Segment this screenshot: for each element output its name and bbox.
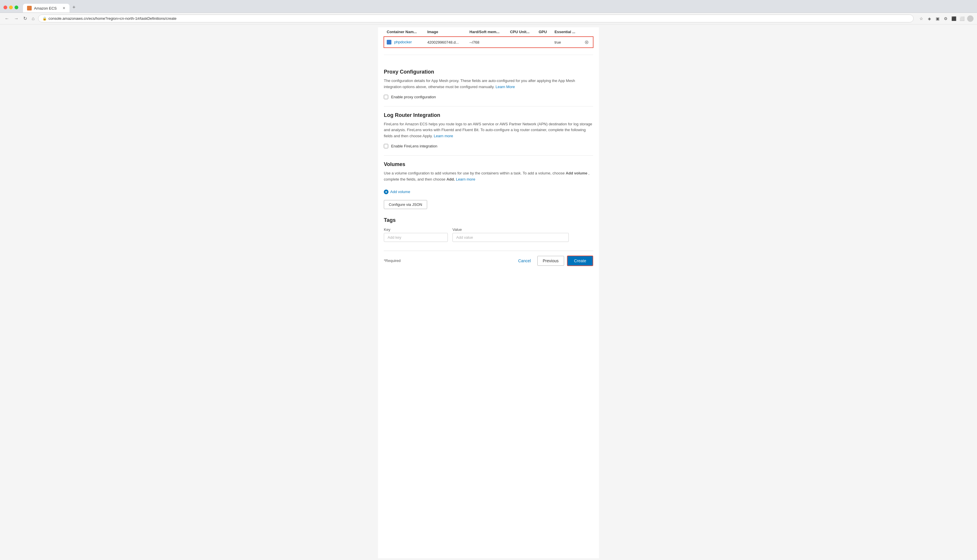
previous-button[interactable]: Previous [537, 256, 564, 266]
bookmark-icon[interactable]: ☆ [918, 16, 924, 22]
user-avatar[interactable] [967, 15, 974, 22]
volumes-section-desc: Use a volume configuration to add volume… [384, 170, 593, 183]
add-volume-link[interactable]: + Add volume [384, 190, 410, 194]
log-router-section: Log Router Integration FireLens for Amaz… [384, 112, 593, 148]
col-essential: Essential ... [552, 27, 582, 37]
enable-proxy-label: Enable proxy configuration [391, 95, 436, 99]
container-essential-cell: true [552, 37, 582, 48]
container-color-indicator [387, 40, 392, 45]
enable-firelens-label: Enable FireLens integration [391, 144, 437, 148]
tab-favicon [27, 6, 32, 10]
address-bar: ← → ↻ ⌂ 🔒 console.amazonaws.cn/ecs/home?… [0, 13, 977, 25]
table-row: phpdocker 420029960748.d... --/768 true … [384, 37, 593, 48]
container-table: Container Nam... Image Hard/Soft mem... … [384, 27, 593, 48]
proxy-configuration-section: Proxy Configuration The configuration de… [384, 63, 593, 99]
extension-icon-4[interactable]: ⬛ [951, 16, 957, 22]
minimize-window-button[interactable] [9, 5, 13, 9]
container-cpu-cell [507, 37, 536, 48]
configure-json-button[interactable]: Configure via JSON [384, 200, 427, 209]
log-router-section-desc: FireLens for Amazon ECS helps you route … [384, 121, 593, 139]
lock-icon: 🔒 [42, 17, 47, 21]
key-field-group: Key [384, 227, 448, 242]
container-gpu-cell [535, 37, 551, 48]
container-table-section: Container Nam... Image Hard/Soft mem... … [384, 27, 593, 48]
tags-section: Tags Key Value [384, 217, 593, 242]
divider-log-router [384, 106, 593, 107]
firelens-checkbox-row: Enable FireLens integration [384, 144, 593, 148]
proxy-section-title: Proxy Configuration [384, 69, 593, 75]
value-field-group: Value [452, 227, 569, 242]
tab-title: Amazon ECS [34, 6, 57, 10]
col-hard-soft-mem: Hard/Soft mem... [467, 27, 507, 37]
col-cpu-units: CPU Unit... [507, 27, 536, 37]
active-tab[interactable]: Amazon ECS ✕ [23, 4, 70, 13]
volumes-section-title: Volumes [384, 162, 593, 167]
refresh-button[interactable]: ↻ [22, 15, 28, 22]
browser-toolbar-icons: ☆ ◈ ▣ ⚙ ⬛ ⬜ [918, 15, 974, 22]
url-text: console.amazonaws.cn/ecs/home?region=cn-… [48, 16, 177, 21]
required-label: *Required [384, 258, 401, 263]
proxy-checkbox-row: Enable proxy configuration [384, 95, 593, 99]
log-router-section-title: Log Router Integration [384, 112, 593, 118]
extension-icon-5[interactable]: ⬜ [959, 16, 965, 22]
extension-icon-2[interactable]: ▣ [935, 16, 940, 22]
browser-chrome: Amazon ECS ✕ + [0, 0, 977, 13]
divider-proxy [384, 55, 593, 55]
extension-icon-3[interactable]: ⚙ [943, 16, 949, 22]
forward-button[interactable]: → [13, 15, 20, 22]
url-bar[interactable]: 🔒 console.amazonaws.cn/ecs/home?region=c… [38, 15, 914, 22]
home-button[interactable]: ⌂ [30, 15, 36, 22]
container-name-cell: phpdocker [384, 37, 424, 48]
footer-buttons: Cancel Previous Create [515, 255, 593, 266]
close-window-button[interactable] [3, 5, 7, 9]
back-button[interactable]: ← [3, 15, 10, 22]
create-button[interactable]: Create [567, 255, 593, 266]
key-label: Key [384, 227, 448, 232]
table-header-row: Container Nam... Image Hard/Soft mem... … [384, 27, 593, 37]
tags-section-title: Tags [384, 217, 593, 223]
value-input[interactable] [452, 233, 569, 242]
new-tab-button[interactable]: + [70, 2, 78, 13]
volumes-learn-more-link[interactable]: Learn more [456, 177, 475, 182]
col-container-name: Container Nam... [384, 27, 424, 37]
enable-firelens-checkbox[interactable] [384, 144, 388, 148]
tags-input-row: Key Value [384, 227, 593, 242]
enable-proxy-checkbox[interactable] [384, 95, 388, 99]
traffic-lights [3, 5, 18, 9]
container-image-cell: 420029960748.d... [424, 37, 467, 48]
tab-close-button[interactable]: ✕ [63, 6, 65, 10]
extension-icon-1[interactable]: ◈ [926, 16, 932, 22]
volumes-section: Volumes Use a volume configuration to ad… [384, 162, 593, 209]
log-router-learn-more-link[interactable]: Learn more [434, 134, 453, 138]
footer-row: *Required Cancel Previous Create [384, 255, 593, 266]
cancel-button[interactable]: Cancel [515, 256, 534, 265]
col-image: Image [424, 27, 467, 37]
remove-container-button[interactable]: ⊗ [584, 39, 589, 45]
proxy-learn-more-link[interactable]: Learn More [495, 85, 515, 89]
col-gpu: GPU [535, 27, 551, 37]
add-volume-label: Add volume [390, 190, 410, 194]
container-name-link[interactable]: phpdocker [394, 40, 412, 44]
add-volume-icon: + [384, 190, 388, 194]
proxy-section-desc: The configuration details for App Mesh p… [384, 78, 593, 90]
value-label: Value [452, 227, 569, 232]
page-content: Container Nam... Image Hard/Soft mem... … [378, 27, 599, 558]
key-input[interactable] [384, 233, 448, 242]
container-mem-cell: --/768 [467, 37, 507, 48]
col-actions [582, 27, 593, 37]
browser-tabs: Amazon ECS ✕ + [23, 2, 78, 13]
container-remove-cell: ⊗ [582, 37, 593, 48]
maximize-window-button[interactable] [15, 5, 18, 9]
